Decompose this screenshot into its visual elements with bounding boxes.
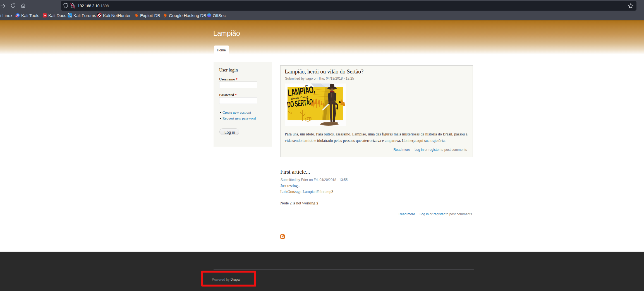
svg-text:11: 11: [16, 16, 17, 17]
